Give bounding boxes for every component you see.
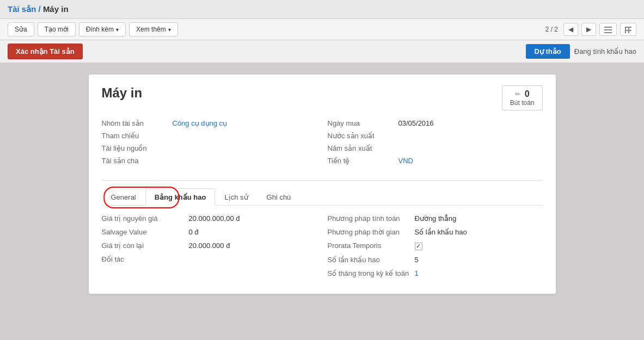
- tab-depreciation[interactable]: Bảng khấu hao: [145, 188, 216, 206]
- tab-col-right: Phương pháp tính toán Đường thẳng Phương…: [328, 214, 543, 283]
- confirm-button[interactable]: Xác nhận Tài sản: [8, 44, 83, 59]
- asset-title: Máy in: [102, 85, 502, 101]
- field-value-tiente[interactable]: VND: [398, 157, 413, 165]
- breadcrumb-separator: /: [36, 4, 43, 14]
- tab-value-giatri: 20.000.000,00 đ: [189, 214, 240, 222]
- field-value-nhom[interactable]: Công cụ dụng cụ: [173, 119, 228, 127]
- field-label-nhom: Nhóm tài sản: [102, 119, 173, 127]
- prev-button[interactable]: ◀: [563, 23, 578, 36]
- tabs: General Bảng khấu hao Lịch sử Ghi chú: [102, 188, 543, 206]
- tab-value-ppthoigian: Số lần khấu hao: [415, 228, 467, 236]
- field-label-nuoc: Nước sản xuất: [328, 132, 398, 140]
- breadcrumb-parent[interactable]: Tài sản: [8, 4, 36, 14]
- next-button[interactable]: ▶: [581, 23, 596, 36]
- status-badge: Dự thảo: [526, 44, 570, 59]
- card-header: Máy in ✏ 0 Bút toán: [102, 85, 543, 110]
- field-value-ngaymua: 03/05/2016: [398, 119, 434, 127]
- field-label-thamchieu: Tham chiếu: [102, 132, 173, 140]
- grid-icon: [625, 27, 631, 33]
- field-row: Tiền tệ VND: [328, 157, 543, 165]
- field-row: Tham chiếu: [102, 132, 317, 140]
- field-row: Năm sản xuất: [328, 144, 543, 152]
- journal-top: ✏ 0: [515, 89, 530, 99]
- content-area: Máy in ✏ 0 Bút toán Nhóm tài sản Công cụ…: [0, 63, 644, 305]
- field-row: Tài liệu nguồn: [102, 144, 317, 152]
- tab-label-sothang: Số tháng trong kỳ kế toán: [328, 269, 415, 277]
- tab-col-left: Giá trị nguyên giá 20.000.000,00 đ Salva…: [102, 214, 317, 283]
- tab-field-row: Salvage Value 0 đ: [102, 228, 317, 236]
- tab-field-row: Phương pháp tính toán Đường thẳng: [328, 214, 543, 222]
- divider: [102, 180, 543, 181]
- list-icon: [604, 27, 612, 33]
- breadcrumb-current: Máy in: [43, 4, 69, 14]
- journal-count: 0: [525, 89, 530, 99]
- fields-section: Nhóm tài sản Công cụ dụng cụ Tham chiếu …: [102, 119, 543, 169]
- pagination-info: 2 / 2: [545, 26, 558, 33]
- prorata-checkbox: [415, 243, 422, 250]
- edit-button[interactable]: Sửa: [8, 22, 34, 36]
- field-label-tiente: Tiền tệ: [328, 157, 398, 165]
- tab-label-conlai: Giá trị còn lại: [102, 242, 189, 250]
- field-row: Tài sản cha: [102, 157, 317, 165]
- tab-value-conlai: 20.000.000 đ: [189, 242, 230, 250]
- tab-notes[interactable]: Ghi chú: [257, 188, 300, 206]
- tab-field-row: Số tháng trong kỳ kế toán 1: [328, 269, 543, 277]
- journal-label: Bút toán: [510, 99, 535, 107]
- grid-view-button[interactable]: [620, 23, 636, 36]
- tab-content: Giá trị nguyên giá 20.000.000,00 đ Salva…: [102, 214, 543, 283]
- tab-value-solankh: 5: [415, 256, 419, 264]
- field-label-ngaymua: Ngày mua: [328, 119, 398, 127]
- tab-field-row: Prorata Temporis: [328, 242, 543, 250]
- toolbar: Sửa Tạo mới Đính kèm Xem thêm 2 / 2 ◀ ▶: [0, 19, 644, 40]
- status-section: Dự thảo Đang tính khấu hao: [526, 44, 636, 59]
- field-label-tailieu: Tài liệu nguồn: [102, 144, 173, 152]
- fields-left: Nhóm tài sản Công cụ dụng cụ Tham chiếu …: [102, 119, 317, 169]
- view-more-button[interactable]: Xem thêm: [129, 22, 178, 36]
- tab-label-doitac: Đối tác: [102, 255, 189, 263]
- create-button[interactable]: Tạo mới: [38, 22, 76, 36]
- tab-label-phuongphap: Phương pháp tính toán: [328, 214, 415, 222]
- action-bar: Xác nhận Tài sản Dự thảo Đang tính khấu …: [0, 40, 644, 63]
- asset-card: Máy in ✏ 0 Bút toán Nhóm tài sản Công cụ…: [88, 74, 556, 294]
- tab-value-phuongphap: Đường thẳng: [415, 214, 457, 222]
- tab-label-solankh: Số lần khấu hao: [328, 256, 415, 264]
- tab-value-salvage: 0 đ: [189, 228, 199, 236]
- tab-field-row: Phương pháp thời gian Số lần khấu hao: [328, 228, 543, 236]
- tab-general[interactable]: General: [102, 188, 145, 206]
- breadcrumb: Tài sản / Máy in: [8, 4, 69, 14]
- tab-label-prorata: Prorata Temporis: [328, 242, 415, 250]
- field-row: Ngày mua 03/05/2016: [328, 119, 543, 127]
- field-row: Nhóm tài sản Công cụ dụng cụ: [102, 119, 317, 127]
- pencil-icon: ✏: [515, 90, 520, 98]
- tab-field-row: Giá trị còn lại 20.000.000 đ: [102, 242, 317, 250]
- field-label-taisancha: Tài sản cha: [102, 157, 173, 165]
- field-label-nam: Năm sản xuất: [328, 144, 398, 152]
- tab-label-giatri: Giá trị nguyên giá: [102, 214, 189, 222]
- journal-button[interactable]: ✏ 0 Bút toán: [502, 85, 543, 110]
- tab-field-row: Giá trị nguyên giá 20.000.000,00 đ: [102, 214, 317, 222]
- tab-label-ppthoigian: Phương pháp thời gian: [328, 228, 415, 236]
- attach-button[interactable]: Đính kèm: [79, 22, 126, 36]
- field-row: Nước sản xuất: [328, 132, 543, 140]
- tab-value-sothang: 1: [415, 269, 419, 277]
- tab-value-prorata: [415, 242, 422, 250]
- list-view-button[interactable]: [599, 23, 617, 36]
- breadcrumb-bar: Tài sản / Máy in: [0, 0, 644, 19]
- toolbar-right: 2 / 2 ◀ ▶: [545, 23, 636, 36]
- status-text: Đang tính khấu hao: [574, 47, 636, 55]
- fields-right: Ngày mua 03/05/2016 Nước sản xuất Năm sả…: [328, 119, 543, 169]
- tab-label-salvage: Salvage Value: [102, 228, 189, 236]
- tab-history[interactable]: Lịch sử: [215, 188, 257, 206]
- tab-field-row: Số lần khấu hao 5: [328, 256, 543, 264]
- toolbar-left: Sửa Tạo mới Đính kèm Xem thêm: [8, 22, 542, 36]
- tab-field-row: Đối tác: [102, 255, 317, 263]
